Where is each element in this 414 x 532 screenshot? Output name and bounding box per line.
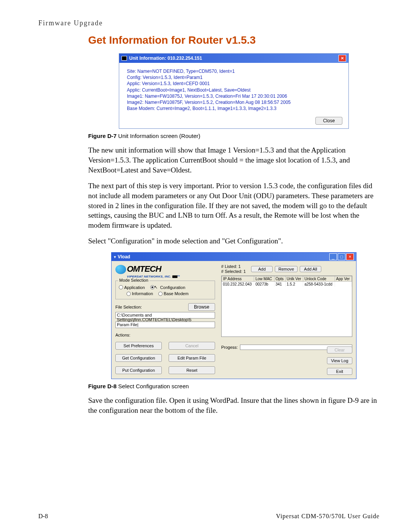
list-counts: # Listed: 1 # Selected: 1 <box>221 264 246 274</box>
col-appver[interactable]: App Ver <box>335 276 352 282</box>
param-file-input[interactable]: Param File| <box>115 322 215 328</box>
actions-label: Actions: <box>115 333 215 337</box>
cancel-button[interactable]: Cancel <box>169 342 215 350</box>
figure-label: Figure D-7 <box>88 133 117 139</box>
vload-title: Vload <box>118 254 329 259</box>
close-icon[interactable]: × <box>338 55 346 62</box>
logo-text: OMTECH <box>127 264 161 274</box>
vload-left-panel: OMTECH VIPERSAT NETWORKS, INC. ▮▮▮▮▮▮™ M… <box>112 261 219 379</box>
unit-info-body: Site: Name=NOT DEFINED, Type=CDM570, Ide… <box>119 63 348 115</box>
selected-count: # Selected: 1 <box>221 269 246 274</box>
body-paragraph: Select "Configuration" in mode selection… <box>88 236 380 246</box>
browse-button[interactable]: Browse <box>188 303 215 311</box>
exit-button[interactable]: Exit <box>327 368 352 375</box>
vload-dialog: ▾ Vload _ □ × OMTECH VIPERSAT NETWORKS, … <box>111 252 356 379</box>
body-paragraph: The new unit information will show that … <box>88 145 380 175</box>
logo: OMTECH <box>115 264 215 274</box>
info-line: Applic: CurrentBoot=Image1, NextBoot=Lat… <box>127 87 341 93</box>
figure-label: Figure D-8 <box>88 383 117 389</box>
put-configuration-button[interactable]: Put Configuration <box>115 366 162 374</box>
running-header: Firmware Upgrade <box>38 19 380 27</box>
get-configuration-button[interactable]: Get Configuration <box>115 354 162 362</box>
add-all-button[interactable]: Add All <box>300 266 321 272</box>
unit-info-titlebar: Unit Information: 010.232.254.151 × <box>119 54 348 63</box>
set-preferences-button[interactable]: Set Preferences <box>115 342 162 350</box>
col-unlkver[interactable]: Unlk Ver <box>285 276 303 282</box>
radio-application[interactable]: Application <box>119 285 145 290</box>
mode-legend: Mode Selection <box>118 278 150 282</box>
cell <box>335 282 352 287</box>
vload-titlebar: ▾ Vload _ □ × <box>112 253 356 261</box>
cell: 010.232.252.043 <box>222 282 254 287</box>
actions-group: Set Preferences Cancel Get Configuration… <box>115 342 215 374</box>
vload-icon: ▾ <box>114 255 116 259</box>
minimize-icon[interactable]: _ <box>329 253 337 260</box>
info-line: Config: Version=1.5.3, Ident=Param1 <box>127 74 341 80</box>
listed-count: # Listed: 1 <box>221 264 246 269</box>
file-selection-label: File Selection: <box>115 305 142 309</box>
unit-table[interactable]: IP Address Low MAC Opts Unlk Ver Unlock … <box>221 276 352 337</box>
radio-information[interactable]: Information <box>127 291 153 296</box>
footer-guide: Vipersat CDM-570/570L User Guide <box>276 513 380 520</box>
figure-text: Select Configuration screen <box>117 383 189 389</box>
info-line: Image1: Name=FW10875J, Version=1.5.3, Cr… <box>127 93 341 99</box>
view-log-button[interactable]: View Log <box>327 357 352 364</box>
radio-basemodem[interactable]: Base Modem <box>158 291 189 296</box>
info-line: Applic: Version=1.5.3, Ident=CEFD 0001 <box>127 80 341 87</box>
reset-button[interactable]: Reset <box>169 366 215 374</box>
page-number: D-8 <box>38 513 48 520</box>
add-button[interactable]: Add <box>251 266 273 272</box>
logo-icon <box>115 265 126 274</box>
clear-button[interactable]: Clear <box>327 346 352 353</box>
section-title: Get Information for Router v1.5.3 <box>88 34 380 46</box>
maximize-icon[interactable]: □ <box>338 253 345 260</box>
figure-text: Unit Information screen (Router) <box>117 133 200 139</box>
col-lowmac[interactable]: Low MAC <box>254 276 274 282</box>
radio-configuration[interactable]: ↖Configuration <box>150 285 185 290</box>
vload-right-panel: # Listed: 1 # Selected: 1 Add Remove Add… <box>219 261 356 379</box>
mode-selection-group: Mode Selection Application ↖Configuratio… <box>115 281 215 299</box>
col-opts[interactable]: Opts <box>274 276 285 282</box>
close-button[interactable]: Close <box>315 117 342 125</box>
cell: 1.5.2 <box>285 282 303 287</box>
unit-info-dialog: Unit Information: 010.232.254.151 × Site… <box>119 53 349 129</box>
unit-info-title: Unit Information: 010.232.254.151 <box>129 56 338 61</box>
figure-caption-d8: Figure D-8 Select Configuration screen <box>88 383 380 389</box>
body-paragraph: The next part of this step is very impor… <box>88 181 380 230</box>
cell: a258-5433-1cdd <box>303 282 335 287</box>
body-paragraph: Save the configuration file. Open it usi… <box>88 396 380 415</box>
edit-param-file-button[interactable]: Edit Param File <box>169 354 215 362</box>
info-line: Site: Name=NOT DEFINED, Type=CDM570, Ide… <box>127 68 341 74</box>
table-row[interactable]: 010.232.252.043 00273b 341 1.5.2 a258-54… <box>222 282 352 287</box>
col-ip[interactable]: IP Address <box>222 276 254 282</box>
progress-label: Progess: <box>221 345 238 350</box>
cell: 341 <box>274 282 285 287</box>
col-unlockcode[interactable]: Unlock Code <box>303 276 335 282</box>
cell: 00273b <box>254 282 274 287</box>
app-icon <box>122 56 127 61</box>
figure-caption-d7: Figure D-7 Unit Information screen (Rout… <box>88 133 380 139</box>
info-line: Base Modem: Current=Image2, Boot=1.1.1, … <box>127 105 341 112</box>
file-path-input[interactable]: C:\Documents and Settings\jfinn.COMTECHT… <box>115 312 215 319</box>
remove-button[interactable]: Remove <box>275 266 297 272</box>
close-icon[interactable]: × <box>346 253 354 260</box>
info-line: Image2: Name=FW10875F, Version=1.5.2, Cr… <box>127 99 341 105</box>
